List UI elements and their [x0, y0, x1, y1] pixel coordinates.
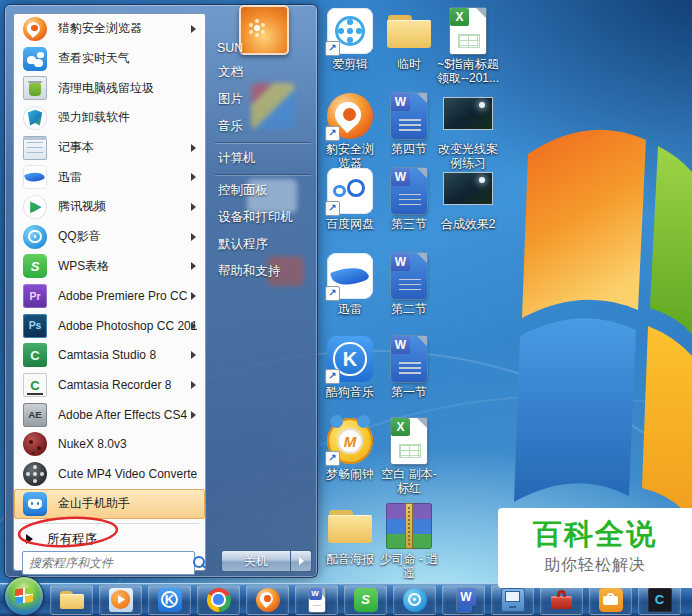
cheetah-browser-icon: ↗ — [327, 93, 373, 139]
start-menu-item[interactable]: 强力卸载软件 — [14, 103, 205, 133]
taskbar-icon-toolbox[interactable] — [540, 585, 583, 615]
shortcut-arrow-icon: ↗ — [325, 451, 340, 466]
start-menu-item[interactable]: 清理电脑残留垃圾 — [14, 73, 205, 103]
desktop-icon-label: 第一节 — [377, 385, 441, 399]
desktop-icon[interactable]: 配音海报 — [318, 503, 382, 566]
desktop-icon[interactable]: 第二节 — [377, 253, 441, 316]
start-menu-item[interactable]: Camtasia Studio 8 — [14, 341, 205, 371]
search-box[interactable] — [22, 551, 195, 575]
shutdown-options-arrow[interactable] — [291, 550, 312, 572]
start-menu-right-item[interactable]: 音乐 — [215, 113, 315, 140]
start-menu-item[interactable]: Adobe Premiere Pro CC — [14, 281, 205, 311]
taskbar-icon-kugou[interactable] — [148, 585, 191, 615]
start-menu-program-list: 猎豹安全浏览器查看实时天气清理电脑残留垃圾强力卸载软件记事本迅雷腾讯视频QQ影音… — [14, 14, 205, 519]
start-menu-item[interactable]: Adobe After Effects CS4 — [14, 400, 205, 430]
taskbar-icon-briefcase[interactable] — [589, 585, 632, 615]
start-menu-item-label: 记事本 — [58, 139, 94, 156]
start-menu-item[interactable]: Adobe Photoshop CC 2015.5 — [14, 311, 205, 341]
submenu-arrow-icon — [191, 144, 196, 152]
submenu-arrow-icon — [191, 233, 196, 241]
taskbar-icon-word[interactable] — [442, 585, 485, 615]
start-menu-item-label: Camtasia Studio 8 — [58, 348, 156, 362]
start-menu-item-label: Adobe After Effects CS4 — [58, 408, 187, 422]
taskbar-icon-utility[interactable] — [491, 585, 534, 615]
baidu-pan-icon: ↗ — [327, 168, 373, 214]
submenu-arrow-icon — [191, 381, 196, 389]
start-menu-item[interactable]: 猎豹安全浏览器 — [14, 14, 205, 44]
camtasia-studio-icon — [23, 343, 47, 367]
start-menu-item[interactable]: WPS表格 — [14, 252, 205, 282]
user-avatar[interactable] — [239, 5, 289, 55]
shutdown-button[interactable]: 关机 — [221, 550, 291, 572]
start-menu-item-label: Camtasia Recorder 8 — [58, 378, 171, 392]
desktop-icon-label: 酷狗音乐 — [318, 385, 382, 399]
start-menu-right-item[interactable]: 控制面板 — [215, 177, 315, 204]
premiere-icon — [23, 284, 47, 308]
start-menu-item[interactable]: Cute MP4 Video Converter — [14, 459, 205, 489]
desktop-icon[interactable]: 第一节 — [377, 336, 441, 399]
search-input[interactable] — [23, 556, 190, 570]
submenu-arrow-icon — [191, 25, 196, 33]
desktop-icon[interactable]: 少司命 - 逍 遥 — [377, 503, 441, 581]
desktop-icon[interactable]: ↗梦畅闹钟 — [318, 418, 382, 481]
search-icon[interactable] — [190, 554, 208, 572]
start-menu-item-label: Cute MP4 Video Converter — [58, 467, 197, 481]
cute-mp4-icon — [23, 462, 47, 486]
desktop-icon[interactable]: 合成效果2 — [436, 168, 500, 231]
desktop-icon[interactable]: 第四节 — [377, 93, 441, 156]
start-menu-right-item[interactable]: 设备和打印机 — [215, 204, 315, 231]
desktop-icon[interactable]: 改变光线案 例练习 — [436, 93, 500, 171]
desktop-icon[interactable]: ↗酷狗音乐 — [318, 336, 382, 399]
start-menu-right-item[interactable]: 帮助和支持 — [215, 258, 315, 285]
start-menu-item[interactable]: 金山手机助手 — [14, 489, 205, 519]
start-menu-item[interactable]: Camtasia Recorder 8 — [14, 370, 205, 400]
desktop-icon[interactable]: ↗爱剪辑 — [318, 8, 382, 71]
desktop-icon[interactable]: 临时 — [377, 8, 441, 71]
start-menu-right-item[interactable]: 图片 — [215, 86, 315, 113]
start-menu-right-item[interactable]: 文档 — [215, 59, 315, 86]
desktop-icon[interactable]: ↗豹安全浏 览器 — [318, 93, 382, 171]
start-menu-item[interactable]: 迅雷 — [14, 162, 205, 192]
taskbar-icon-c-app[interactable] — [638, 585, 681, 615]
start-menu-item[interactable]: QQ影音 — [14, 222, 205, 252]
all-programs-item[interactable]: 所有程序 — [14, 526, 205, 552]
start-menu-item[interactable]: 腾讯视频 — [14, 192, 205, 222]
user-name[interactable]: SUN — [217, 41, 243, 55]
desktop-icon-label: 第四节 — [377, 142, 441, 156]
notepad-icon — [23, 136, 47, 160]
start-menu-right-item[interactable]: 计算机 — [215, 145, 315, 172]
taskbar-icon-media-play[interactable] — [99, 585, 142, 615]
start-menu-item[interactable]: 记事本 — [14, 133, 205, 163]
windows-flag-icon — [15, 587, 34, 604]
desktop-icon-label: 第二节 — [377, 302, 441, 316]
desktop-icon[interactable]: ↗百度网盘 — [318, 168, 382, 231]
taskbar-icon-word-doc[interactable] — [295, 585, 338, 615]
desktop-icon-label: 临时 — [377, 57, 441, 71]
taskbar-icon-cheetah-browser[interactable] — [246, 585, 289, 615]
start-button[interactable] — [4, 576, 44, 616]
start-menu-item[interactable]: 查看实时天气 — [14, 44, 205, 74]
shortcut-arrow-icon: ↗ — [325, 286, 340, 301]
taskbar-icons — [47, 585, 684, 615]
start-menu-item-label: Adobe Photoshop CC 2015.5 — [58, 319, 197, 333]
desktop-icon[interactable]: 空白 副本- 标红 — [377, 418, 441, 496]
desktop-icon[interactable]: ↗迅雷 — [318, 253, 382, 316]
taskbar-icon-explorer[interactable] — [50, 585, 93, 615]
start-menu-item-label: 猎豹安全浏览器 — [58, 20, 142, 37]
alarm-clock-icon: ↗ — [327, 418, 373, 464]
winrar-icon — [386, 503, 432, 549]
taskbar-icon-wps[interactable] — [344, 585, 387, 615]
after-effects-icon — [23, 403, 47, 427]
start-menu-item[interactable]: NukeX 8.0v3 — [14, 430, 205, 460]
excel-icon — [445, 8, 491, 54]
image-icon — [445, 168, 491, 214]
divider — [215, 140, 315, 145]
taskbar-icon-chrome[interactable] — [197, 585, 240, 615]
start-menu-right-item[interactable]: 默认程序 — [215, 231, 315, 258]
desktop-icon[interactable]: ~$指南标题 领取--201... — [436, 8, 500, 86]
desktop-icon[interactable]: 第三节 — [377, 168, 441, 231]
taskbar-icon-qq-player[interactable] — [393, 585, 436, 615]
submenu-arrow-icon — [191, 173, 196, 181]
cheetah-browser-icon — [23, 17, 47, 41]
start-menu-item-label: 强力卸载软件 — [58, 109, 130, 126]
